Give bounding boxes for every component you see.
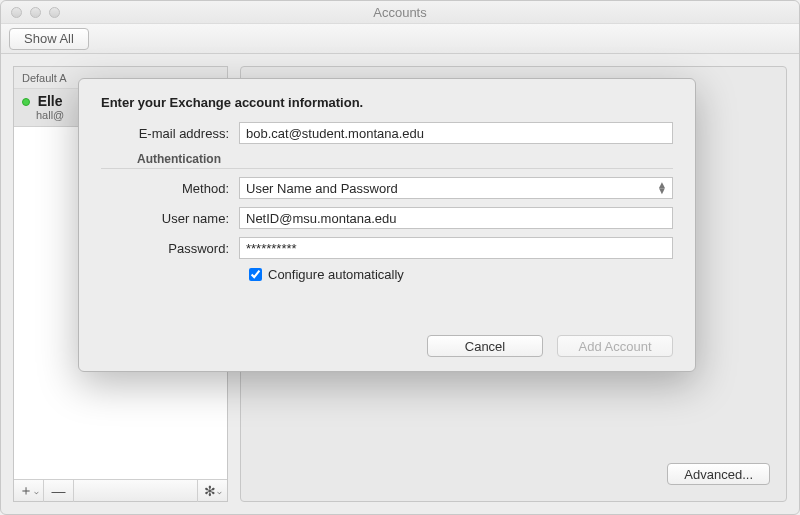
auth-divider xyxy=(101,168,673,169)
minus-icon: — xyxy=(52,483,66,499)
remove-account-button[interactable]: — xyxy=(44,480,74,502)
exchange-account-dialog: Enter your Exchange account information.… xyxy=(78,78,696,372)
configure-auto-label: Configure automatically xyxy=(268,267,404,282)
sidebar-footer: ＋ ⌵ — ✻ ⌵ xyxy=(14,479,227,501)
close-icon[interactable] xyxy=(11,7,22,18)
minimize-icon[interactable] xyxy=(30,7,41,18)
plus-icon: ＋ xyxy=(19,482,33,500)
accounts-window: Accounts Show All Default A Elle hall@ ＋… xyxy=(0,0,800,515)
dialog-title: Enter your Exchange account information. xyxy=(101,95,673,110)
username-field[interactable] xyxy=(239,207,673,229)
method-value: User Name and Password xyxy=(246,181,398,196)
traffic-lights xyxy=(1,7,60,18)
show-all-button[interactable]: Show All xyxy=(9,28,89,50)
stepper-icon: ▲▼ xyxy=(657,182,666,194)
zoom-icon[interactable] xyxy=(49,7,60,18)
status-dot-icon xyxy=(22,98,30,106)
password-label: Password: xyxy=(101,241,239,256)
account-name: Elle xyxy=(38,93,63,109)
chevron-down-icon: ⌵ xyxy=(217,487,222,496)
chevron-down-icon: ⌵ xyxy=(34,487,39,496)
cancel-button[interactable]: Cancel xyxy=(427,335,543,357)
configure-auto-checkbox[interactable] xyxy=(249,268,262,281)
password-field[interactable] xyxy=(239,237,673,259)
auth-section-label: Authentication xyxy=(137,152,673,166)
actions-menu-button[interactable]: ✻ ⌵ xyxy=(197,480,227,502)
email-field[interactable] xyxy=(239,122,673,144)
add-account-confirm-button[interactable]: Add Account xyxy=(557,335,673,357)
titlebar: Accounts xyxy=(1,1,799,24)
advanced-button[interactable]: Advanced... xyxy=(667,463,770,485)
method-label: Method: xyxy=(101,181,239,196)
dialog-buttons: Cancel Add Account xyxy=(427,335,673,357)
configure-auto-row[interactable]: Configure automatically xyxy=(249,267,673,282)
window-title: Accounts xyxy=(1,5,799,20)
add-account-button[interactable]: ＋ ⌵ xyxy=(14,480,44,502)
email-label: E-mail address: xyxy=(101,126,239,141)
toolbar: Show All xyxy=(1,24,799,54)
gear-icon: ✻ xyxy=(204,483,216,499)
user-label: User name: xyxy=(101,211,239,226)
method-select[interactable]: User Name and Password ▲▼ xyxy=(239,177,673,199)
